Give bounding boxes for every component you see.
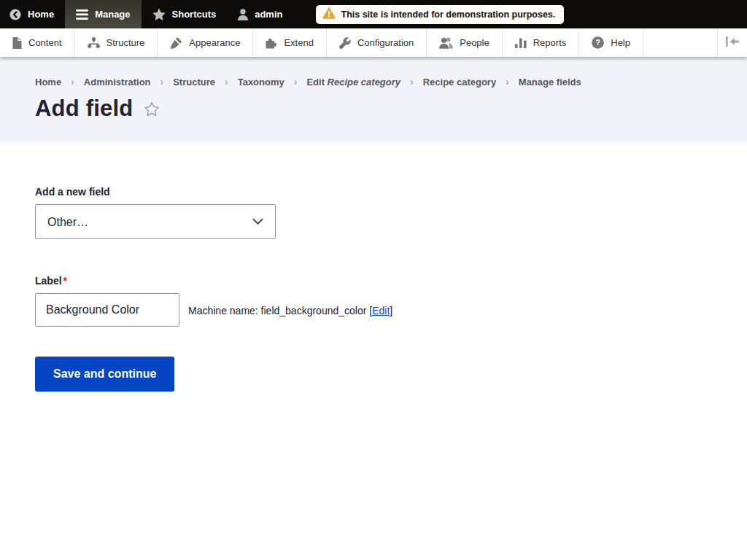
sitemap-icon bbox=[88, 37, 100, 48]
required-marker: * bbox=[63, 275, 67, 287]
demo-notice-text: This site is intended for demonstration … bbox=[341, 9, 556, 20]
menu-people-label: People bbox=[460, 37, 489, 48]
toolbar-item-shortcuts[interactable]: Shortcuts bbox=[142, 0, 228, 28]
menu-structure-label: Structure bbox=[107, 37, 145, 48]
star-outline-icon bbox=[144, 101, 160, 119]
toolbar-user-label: admin bbox=[255, 9, 282, 20]
breadcrumb-edit-italic: Recipe category bbox=[328, 77, 400, 88]
toolbar-item-home[interactable]: Home bbox=[0, 0, 65, 28]
menu-item-content[interactable]: Content bbox=[0, 28, 75, 57]
toolbar-manage-label: Manage bbox=[95, 9, 130, 20]
puzzle-icon bbox=[266, 37, 277, 49]
svg-text:?: ? bbox=[595, 38, 600, 47]
star-icon bbox=[152, 8, 166, 20]
menu-appearance-label: Appearance bbox=[189, 37, 240, 48]
menu-item-help[interactable]: ? Help bbox=[579, 28, 643, 57]
admin-toolbar: Home Manage Shortcuts admin This site is… bbox=[0, 0, 747, 28]
machine-name-close-bracket: ] bbox=[390, 305, 392, 316]
menu-reports-label: Reports bbox=[533, 37, 567, 48]
document-icon bbox=[12, 37, 22, 49]
admin-menu-bar: Content Structure Appearance Extend Conf… bbox=[0, 28, 747, 57]
menu-configuration-label: Configuration bbox=[357, 37, 414, 48]
shortcut-star-button[interactable] bbox=[144, 101, 160, 119]
menu-extend-label: Extend bbox=[284, 37, 313, 48]
collapse-left-icon bbox=[725, 36, 740, 50]
page-title: Add field bbox=[35, 96, 133, 122]
breadcrumb-edit-prefix: Edit bbox=[306, 77, 325, 88]
toolbar-orientation-toggle[interactable] bbox=[717, 28, 747, 57]
warning-icon bbox=[322, 7, 336, 21]
toolbar-item-user[interactable]: admin bbox=[227, 0, 293, 28]
breadcrumb-recipe-category[interactable]: Recipe category bbox=[423, 77, 496, 88]
new-field-type-select[interactable]: Other… bbox=[35, 204, 276, 239]
hamburger-icon bbox=[76, 9, 88, 20]
breadcrumb-separator: › bbox=[410, 76, 414, 88]
menu-item-people[interactable]: People bbox=[427, 28, 502, 57]
machine-name: Machine name: field_background_color [Ed… bbox=[188, 305, 392, 316]
user-icon bbox=[238, 9, 248, 20]
menu-item-extend[interactable]: Extend bbox=[253, 28, 326, 57]
toolbar-shortcuts-label: Shortcuts bbox=[172, 9, 217, 20]
toolbar-home-label: Home bbox=[28, 9, 54, 20]
field-label-text: Label bbox=[35, 275, 62, 287]
field-label-label: Label* bbox=[35, 275, 179, 287]
breadcrumb-administration[interactable]: Administration bbox=[84, 77, 151, 88]
breadcrumb-edit-recipe-category[interactable]: Edit Recipe category bbox=[306, 77, 400, 88]
save-and-continue-button[interactable]: Save and continue bbox=[35, 357, 174, 392]
breadcrumb-separator: › bbox=[506, 76, 509, 88]
breadcrumb-separator: › bbox=[294, 76, 298, 88]
menu-content-label: Content bbox=[28, 37, 62, 48]
breadcrumb-separator: › bbox=[71, 76, 74, 88]
breadcrumb-separator: › bbox=[225, 76, 228, 88]
breadcrumb: Home › Administration › Structure › Taxo… bbox=[35, 76, 712, 88]
demo-notice-badge: This site is intended for demonstration … bbox=[316, 5, 565, 24]
machine-name-label: Machine name: bbox=[188, 305, 258, 316]
breadcrumb-home[interactable]: Home bbox=[35, 77, 61, 88]
menu-item-reports[interactable]: Reports bbox=[503, 28, 580, 57]
bar-chart-icon bbox=[515, 37, 527, 48]
label-form-item: Label* Machine name: field_background_co… bbox=[35, 275, 712, 327]
machine-name-value: field_background_color bbox=[261, 305, 367, 316]
menu-item-appearance[interactable]: Appearance bbox=[158, 28, 253, 57]
new-field-label: Add a new field bbox=[35, 186, 712, 198]
wrench-icon bbox=[339, 37, 351, 49]
page-header: Home › Administration › Structure › Taxo… bbox=[0, 57, 747, 142]
main-content: Add a new field Other… Label* Machine na… bbox=[0, 142, 747, 421]
machine-name-edit-link[interactable]: Edit bbox=[372, 305, 390, 316]
menu-help-label: Help bbox=[611, 37, 630, 48]
menu-item-structure[interactable]: Structure bbox=[75, 28, 158, 57]
new-field-form-item: Add a new field Other… bbox=[35, 186, 712, 239]
menu-item-configuration[interactable]: Configuration bbox=[327, 28, 427, 57]
breadcrumb-separator: › bbox=[160, 76, 164, 88]
back-to-site-icon bbox=[9, 9, 21, 20]
paintbrush-icon bbox=[170, 37, 182, 49]
breadcrumb-manage-fields[interactable]: Manage fields bbox=[519, 77, 581, 88]
breadcrumb-taxonomy[interactable]: Taxonomy bbox=[238, 77, 285, 88]
breadcrumb-structure[interactable]: Structure bbox=[173, 77, 215, 88]
field-label-input[interactable] bbox=[35, 293, 179, 327]
toolbar-item-manage[interactable]: Manage bbox=[65, 0, 141, 28]
help-icon: ? bbox=[592, 36, 604, 49]
people-icon bbox=[439, 37, 453, 49]
